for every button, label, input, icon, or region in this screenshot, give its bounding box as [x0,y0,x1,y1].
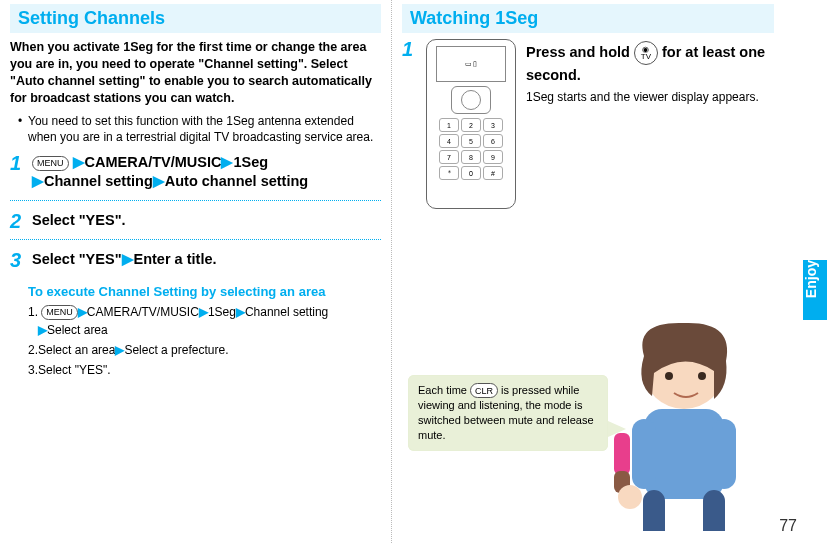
svg-rect-4 [632,419,656,489]
left-column: Setting Channels When you activate 1Seg … [0,0,392,543]
watch-step-1: 1 ▭ ▯ 1 2 3 4 5 6 7 8 9 ＊ 0 # [402,39,774,209]
step3-a: Select "YES" [32,251,122,267]
antenna-note: You need to set this function with the 1… [18,113,381,145]
step-1-body: MENU ▶CAMERA/TV/MUSIC▶1Seg ▶Channel sett… [32,153,381,192]
side-tab-label: Enjoy [803,260,819,304]
divider [10,239,381,240]
sub1-b: 1Seg [208,305,236,319]
sub-steps: 1. MENU▶CAMERA/TV/MUSIC▶1Seg▶Channel set… [28,303,381,379]
key-7: 7 [439,150,459,164]
heading-watching-1seg: Watching 1Seg [402,4,774,33]
step-3: 3 Select "YES"▶Enter a title. [10,250,381,270]
step1-part1: CAMERA/TV/MUSIC [85,154,222,170]
sub1-a: CAMERA/TV/MUSIC [87,305,199,319]
side-tab-enjoy: Enjoy [803,260,827,320]
key-hash: # [483,166,503,180]
step3-b: Enter a title. [134,251,217,267]
key-5: 5 [461,134,481,148]
key-6: 6 [483,134,503,148]
svg-rect-6 [614,433,630,475]
key-8: 8 [461,150,481,164]
svg-point-2 [698,372,706,380]
arrow-icon: ▶ [221,154,233,170]
sub2-b: Select a prefecture. [124,343,228,357]
sub1-c: Channel setting [245,305,328,319]
svg-rect-5 [712,419,736,489]
phone-illustration: ▭ ▯ 1 2 3 4 5 6 7 8 9 ＊ 0 # [426,39,516,209]
key-0: 0 [461,166,481,180]
step-number: 1 [10,153,26,173]
svg-point-1 [665,372,673,380]
camera-tv-key-icon: ◉TV [634,41,658,65]
sub-heading-area-select: To execute Channel Setting by selecting … [28,284,381,299]
sub-step-1: 1. MENU▶CAMERA/TV/MUSIC▶1Seg▶Channel set… [28,303,381,339]
step1-part2: 1Seg [233,154,268,170]
menu-icon: MENU [41,305,78,320]
step-number: 3 [10,250,26,270]
watch-step-1-desc: 1Seg starts and the viewer display appea… [526,89,774,105]
sub-step-3: 3.Select "YES". [28,361,381,379]
arrow-icon: ▶ [122,251,134,267]
arrow-icon: ▶ [73,154,85,170]
page-number: 77 [779,517,797,535]
right-column: Watching 1Seg 1 ▭ ▯ 1 2 3 4 5 6 7 8 9 ＊ … [392,0,784,543]
tv-label: TV [641,53,651,60]
character-illustration [574,301,744,531]
clr-key-icon: CLR [470,383,498,398]
sub1-d: Select area [47,323,108,337]
arrow-icon: ▶ [38,323,47,337]
phone-dpad [451,86,491,114]
tip-a: Each time [418,384,470,396]
arrow-icon: ▶ [236,305,245,319]
heading-setting-channels: Setting Channels [10,4,381,33]
step-number: 1 [402,39,416,209]
step-number: 2 [10,211,26,231]
arrow-icon: ▶ [32,173,44,189]
key-4: 4 [439,134,459,148]
watch-step-1-title: Press and hold ◉TV for at least one seco… [526,41,774,85]
intro-text: When you activate 1Seg for the first tim… [10,39,381,107]
arrow-icon: ▶ [199,305,208,319]
sub2-num: 2. [28,343,38,357]
key-2: 2 [461,118,481,132]
watch-step-1-text: Press and hold ◉TV for at least one seco… [526,39,774,209]
phone-keypad: 1 2 3 4 5 6 7 8 9 ＊ 0 # [439,118,503,180]
step1-part4: Auto channel setting [165,173,308,189]
sub3-num: 3. [28,363,38,377]
svg-point-8 [618,485,642,509]
step-1: 1 MENU ▶CAMERA/TV/MUSIC▶1Seg ▶Channel se… [10,153,381,192]
sub3-a: Select "YES". [38,363,111,377]
menu-icon: MENU [32,156,69,171]
sub1-num: 1. [28,305,38,319]
arrow-icon: ▶ [78,305,87,319]
arrow-icon: ▶ [153,173,165,189]
key-star: ＊ [439,166,459,180]
step-2: 2 Select "YES". [10,211,381,231]
key-1: 1 [439,118,459,132]
step-3-body: Select "YES"▶Enter a title. [32,250,381,270]
phone-screen: ▭ ▯ [436,46,506,82]
sub2-a: Select an area [38,343,115,357]
step1-part3: Channel setting [44,173,153,189]
key-9: 9 [483,150,503,164]
divider [10,200,381,201]
step-2-body: Select "YES". [32,211,381,231]
key-3: 3 [483,118,503,132]
title-a: Press and hold [526,44,634,60]
sub-step-2: 2.Select an area▶Select a prefecture. [28,341,381,359]
